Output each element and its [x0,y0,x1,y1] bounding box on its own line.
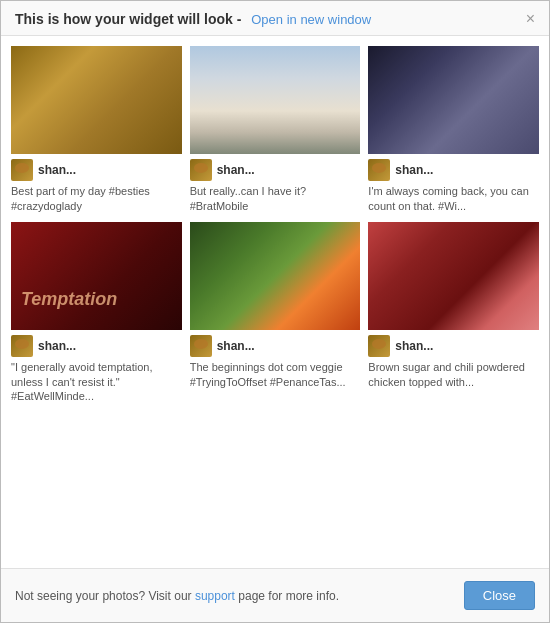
close-button[interactable]: Close [464,581,535,610]
photo-3[interactable] [11,222,182,330]
photo-0[interactable] [11,46,182,154]
photo-grid: shan...Best part of my day #besties #cra… [11,46,539,404]
caption: The beginnings dot com veggie #TryingToO… [190,360,361,390]
grid-item[interactable]: shan...I'm always coming back, you can c… [368,46,539,214]
photo-5[interactable] [368,222,539,330]
username: shan... [38,339,76,353]
modal-footer: Not seeing your photos? Visit our suppor… [1,568,549,622]
modal-header: This is how your widget will look - Open… [1,1,549,36]
avatar [11,159,33,181]
caption: But really..can I have it? #BratMobile [190,184,361,214]
avatar [368,335,390,357]
modal-close-x[interactable]: × [526,11,535,27]
username: shan... [395,339,433,353]
username: shan... [395,163,433,177]
user-row: shan... [368,154,539,184]
title-text: This is how your widget will look [15,11,233,27]
user-row: shan... [368,330,539,360]
grid-item[interactable]: shan...Brown sugar and chili powdered ch… [368,222,539,405]
footer-text-before: Not seeing your photos? Visit our [15,589,192,603]
grid-item[interactable]: shan...The beginnings dot com veggie #Tr… [190,222,361,405]
modal-title: This is how your widget will look - Open… [15,11,371,27]
avatar [190,159,212,181]
avatar [368,159,390,181]
user-row: shan... [11,330,182,360]
username: shan... [217,163,255,177]
avatar [11,335,33,357]
avatar [190,335,212,357]
caption: Best part of my day #besties #crazydogla… [11,184,182,214]
photo-2[interactable] [368,46,539,154]
open-in-new-window-link[interactable]: Open in new window [251,12,371,27]
caption: "I generally avoid temptation, unless I … [11,360,182,405]
caption: I'm always coming back, you can count on… [368,184,539,214]
footer-text: Not seeing your photos? Visit our suppor… [15,589,339,603]
username: shan... [38,163,76,177]
user-row: shan... [190,330,361,360]
username: shan... [217,339,255,353]
user-row: shan... [190,154,361,184]
caption: Brown sugar and chili powdered chicken t… [368,360,539,390]
photo-1[interactable] [190,46,361,154]
modal-body: shan...Best part of my day #besties #cra… [1,36,549,568]
photo-4[interactable] [190,222,361,330]
title-separator: - [237,11,246,27]
support-link[interactable]: support [195,589,235,603]
modal: This is how your widget will look - Open… [0,0,550,623]
user-row: shan... [11,154,182,184]
grid-item[interactable]: shan..."I generally avoid temptation, un… [11,222,182,405]
grid-item[interactable]: shan...But really..can I have it? #BratM… [190,46,361,214]
grid-item[interactable]: shan...Best part of my day #besties #cra… [11,46,182,214]
footer-text-after: page for more info. [238,589,339,603]
